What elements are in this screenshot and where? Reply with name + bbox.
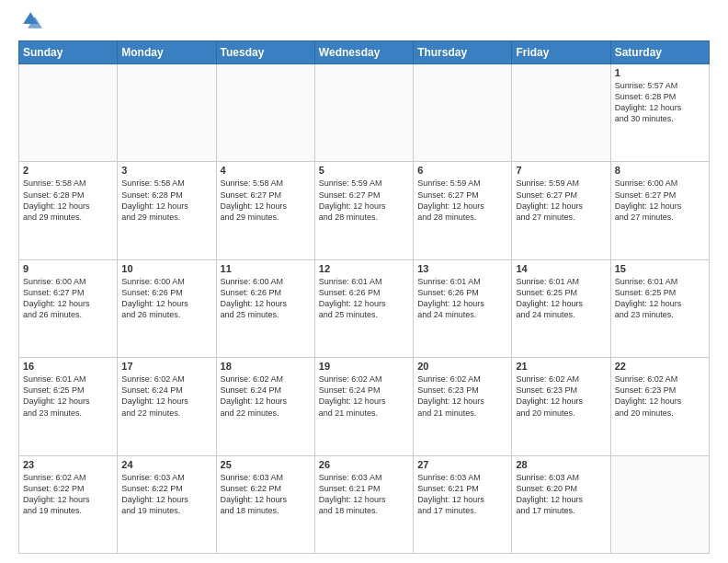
day-number: 16: [23, 361, 113, 372]
day-cell: 1Sunrise: 5:57 AM Sunset: 6:28 PM Daylig…: [610, 64, 709, 162]
logo: [18, 18, 42, 31]
day-number: 3: [121, 165, 211, 176]
day-number: 26: [319, 459, 409, 470]
day-number: 4: [221, 165, 311, 176]
day-info: Sunrise: 6:02 AM Sunset: 6:23 PM Dayligh…: [615, 373, 705, 419]
day-number: 22: [615, 361, 705, 372]
day-cell: 28Sunrise: 6:03 AM Sunset: 6:20 PM Dayli…: [512, 455, 610, 553]
day-number: 20: [417, 361, 507, 372]
day-number: 5: [319, 165, 409, 176]
weekday-header-wednesday: Wednesday: [314, 41, 413, 64]
day-number: 13: [417, 263, 507, 274]
day-number: 25: [221, 459, 311, 470]
day-cell: 16Sunrise: 6:01 AM Sunset: 6:25 PM Dayli…: [19, 358, 118, 455]
day-info: Sunrise: 6:01 AM Sunset: 6:25 PM Dayligh…: [615, 276, 705, 321]
week-row-1: 1Sunrise: 5:57 AM Sunset: 6:28 PM Daylig…: [19, 64, 710, 162]
day-cell: 15Sunrise: 6:01 AM Sunset: 6:25 PM Dayli…: [610, 259, 709, 357]
day-number: 19: [319, 361, 409, 372]
weekday-header-thursday: Thursday: [414, 41, 512, 64]
day-info: Sunrise: 6:01 AM Sunset: 6:26 PM Dayligh…: [319, 276, 409, 321]
day-info: Sunrise: 6:03 AM Sunset: 6:20 PM Dayligh…: [516, 472, 606, 517]
day-cell: 22Sunrise: 6:02 AM Sunset: 6:23 PM Dayli…: [610, 358, 709, 455]
day-info: Sunrise: 6:03 AM Sunset: 6:22 PM Dayligh…: [121, 472, 211, 517]
day-number: 27: [417, 459, 507, 470]
day-cell: 10Sunrise: 6:00 AM Sunset: 6:26 PM Dayli…: [118, 259, 216, 357]
day-info: Sunrise: 6:02 AM Sunset: 6:24 PM Dayligh…: [221, 373, 311, 419]
day-number: 14: [516, 263, 606, 274]
weekday-header-row: SundayMondayTuesdayWednesdayThursdayFrid…: [19, 41, 710, 64]
day-cell: 23Sunrise: 6:02 AM Sunset: 6:22 PM Dayli…: [19, 455, 118, 553]
calendar-table: SundayMondayTuesdayWednesdayThursdayFrid…: [18, 40, 710, 554]
day-cell: 12Sunrise: 6:01 AM Sunset: 6:26 PM Dayli…: [314, 259, 413, 357]
day-cell: 6Sunrise: 5:59 AM Sunset: 6:27 PM Daylig…: [414, 162, 512, 259]
day-cell: [414, 64, 512, 162]
day-cell: 13Sunrise: 6:01 AM Sunset: 6:26 PM Dayli…: [414, 259, 512, 357]
day-number: 1: [615, 67, 705, 78]
day-number: 2: [23, 165, 113, 176]
day-cell: [610, 455, 709, 553]
day-cell: 19Sunrise: 6:02 AM Sunset: 6:24 PM Dayli…: [314, 358, 413, 455]
day-cell: 17Sunrise: 6:02 AM Sunset: 6:24 PM Dayli…: [118, 358, 216, 455]
day-number: 17: [121, 361, 211, 372]
day-cell: [512, 64, 610, 162]
day-info: Sunrise: 6:02 AM Sunset: 6:24 PM Dayligh…: [121, 373, 211, 419]
day-cell: [19, 64, 118, 162]
day-info: Sunrise: 6:01 AM Sunset: 6:25 PM Dayligh…: [23, 373, 113, 419]
day-number: 11: [221, 263, 311, 274]
day-cell: 3Sunrise: 5:58 AM Sunset: 6:28 PM Daylig…: [118, 162, 216, 259]
day-info: Sunrise: 5:59 AM Sunset: 6:27 PM Dayligh…: [319, 178, 409, 223]
day-cell: 26Sunrise: 6:03 AM Sunset: 6:21 PM Dayli…: [314, 455, 413, 553]
day-number: 18: [221, 361, 311, 372]
day-cell: 7Sunrise: 5:59 AM Sunset: 6:27 PM Daylig…: [512, 162, 610, 259]
day-cell: 27Sunrise: 6:03 AM Sunset: 6:21 PM Dayli…: [414, 455, 512, 553]
day-number: 9: [23, 263, 113, 274]
day-cell: 4Sunrise: 5:58 AM Sunset: 6:27 PM Daylig…: [216, 162, 314, 259]
day-number: 7: [516, 165, 606, 176]
day-info: Sunrise: 6:00 AM Sunset: 6:26 PM Dayligh…: [121, 276, 211, 321]
day-number: 21: [516, 361, 606, 372]
day-cell: [216, 64, 314, 162]
day-info: Sunrise: 6:02 AM Sunset: 6:23 PM Dayligh…: [417, 373, 507, 419]
header: [18, 15, 710, 31]
week-row-2: 2Sunrise: 5:58 AM Sunset: 6:28 PM Daylig…: [19, 162, 710, 259]
day-info: Sunrise: 5:58 AM Sunset: 6:28 PM Dayligh…: [121, 178, 211, 223]
day-number: 8: [615, 165, 705, 176]
day-cell: 21Sunrise: 6:02 AM Sunset: 6:23 PM Dayli…: [512, 358, 610, 455]
week-row-5: 23Sunrise: 6:02 AM Sunset: 6:22 PM Dayli…: [19, 455, 710, 553]
day-info: Sunrise: 6:01 AM Sunset: 6:26 PM Dayligh…: [417, 276, 507, 321]
day-cell: [118, 64, 216, 162]
day-cell: 8Sunrise: 6:00 AM Sunset: 6:27 PM Daylig…: [610, 162, 709, 259]
day-info: Sunrise: 6:03 AM Sunset: 6:22 PM Dayligh…: [221, 472, 311, 517]
page: SundayMondayTuesdayWednesdayThursdayFrid…: [0, 0, 728, 563]
day-info: Sunrise: 6:02 AM Sunset: 6:22 PM Dayligh…: [23, 472, 113, 517]
day-number: 10: [121, 263, 211, 274]
day-number: 28: [516, 459, 606, 470]
day-info: Sunrise: 6:01 AM Sunset: 6:25 PM Dayligh…: [516, 276, 606, 321]
weekday-header-saturday: Saturday: [610, 41, 709, 64]
day-info: Sunrise: 5:58 AM Sunset: 6:28 PM Dayligh…: [23, 178, 113, 223]
day-info: Sunrise: 5:59 AM Sunset: 6:27 PM Dayligh…: [417, 178, 507, 223]
weekday-header-sunday: Sunday: [19, 41, 118, 64]
day-info: Sunrise: 5:57 AM Sunset: 6:28 PM Dayligh…: [615, 80, 705, 125]
day-cell: [314, 64, 413, 162]
weekday-header-tuesday: Tuesday: [216, 41, 314, 64]
day-info: Sunrise: 6:03 AM Sunset: 6:21 PM Dayligh…: [417, 472, 507, 517]
day-info: Sunrise: 5:58 AM Sunset: 6:27 PM Dayligh…: [221, 178, 311, 223]
day-number: 6: [417, 165, 507, 176]
day-cell: 2Sunrise: 5:58 AM Sunset: 6:28 PM Daylig…: [19, 162, 118, 259]
day-number: 23: [23, 459, 113, 470]
day-number: 24: [121, 459, 211, 470]
day-info: Sunrise: 6:00 AM Sunset: 6:26 PM Dayligh…: [221, 276, 311, 321]
day-info: Sunrise: 6:02 AM Sunset: 6:23 PM Dayligh…: [516, 373, 606, 419]
day-number: 12: [319, 263, 409, 274]
day-cell: 18Sunrise: 6:02 AM Sunset: 6:24 PM Dayli…: [216, 358, 314, 455]
day-info: Sunrise: 6:03 AM Sunset: 6:21 PM Dayligh…: [319, 472, 409, 517]
day-info: Sunrise: 6:00 AM Sunset: 6:27 PM Dayligh…: [23, 276, 113, 321]
day-cell: 24Sunrise: 6:03 AM Sunset: 6:22 PM Dayli…: [118, 455, 216, 553]
weekday-header-friday: Friday: [512, 41, 610, 64]
day-info: Sunrise: 6:02 AM Sunset: 6:24 PM Dayligh…: [319, 373, 409, 419]
day-info: Sunrise: 6:00 AM Sunset: 6:27 PM Dayligh…: [615, 178, 705, 223]
day-info: Sunrise: 5:59 AM Sunset: 6:27 PM Dayligh…: [516, 178, 606, 223]
day-cell: 14Sunrise: 6:01 AM Sunset: 6:25 PM Dayli…: [512, 259, 610, 357]
week-row-4: 16Sunrise: 6:01 AM Sunset: 6:25 PM Dayli…: [19, 358, 710, 455]
